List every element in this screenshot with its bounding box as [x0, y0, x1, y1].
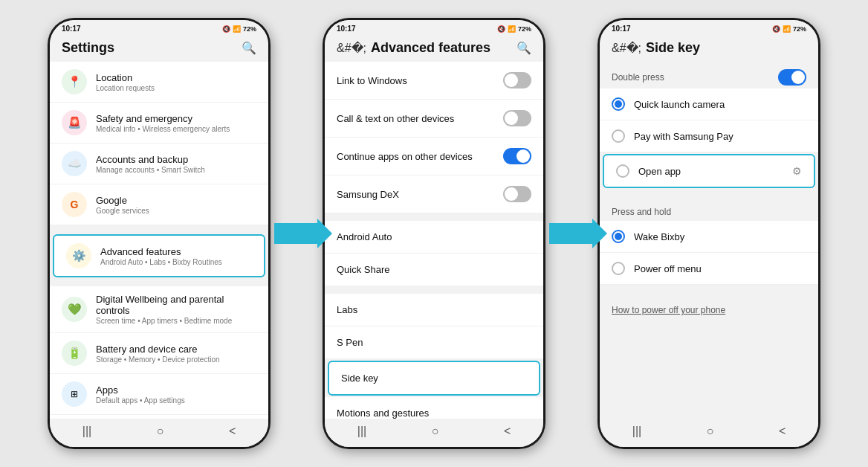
google-icon: G: [62, 192, 87, 217]
back-btn-2[interactable]: &#�;: [337, 41, 366, 55]
settings-item-apps[interactable]: ⊞ Apps Default apps • App settings: [50, 374, 268, 415]
advanced-list: Link to Windows Call & text on other dev…: [325, 62, 543, 419]
settings-item-battery[interactable]: 🔋 Battery and device care Storage • Memo…: [50, 333, 268, 374]
time-3: 10:17: [612, 25, 631, 33]
radio-samsung-pay[interactable]: Pay with Samsung Pay: [600, 120, 818, 152]
search-icon-2[interactable]: 🔍: [516, 41, 531, 55]
wellbeing-title: Digital Wellbeing and parental controls: [96, 294, 256, 316]
item-side-key[interactable]: Side key: [328, 361, 540, 396]
apps-title: Apps: [96, 384, 256, 396]
radio-wake-bixby-circle: [612, 230, 625, 243]
phone3: 10:17 🔇 📶 72% &#�; Side key Double press: [597, 18, 820, 449]
double-press-header-row: Double press: [600, 62, 818, 88]
radio-open-app-circle: [616, 164, 629, 178]
settings-list: 📍 Location Location requests 🚨 Safety an…: [50, 62, 268, 419]
safety-title: Safety and emergency: [96, 113, 256, 124]
nav-bar-3: ||| ○ <: [600, 419, 818, 447]
advanced-title: Advanced features: [100, 246, 252, 257]
back-btn-3[interactable]: &#�;: [612, 41, 641, 55]
status-bar-3: 10:17 🔇 📶 72%: [600, 20, 818, 34]
home-btn-3[interactable]: ○: [707, 425, 714, 438]
settings-item-advanced[interactable]: ⚙️ Advanced features Android Auto • Labs…: [53, 234, 265, 277]
location-title: Location: [96, 72, 256, 83]
radio-quick-launch[interactable]: Quick launch camera: [600, 88, 818, 120]
time-2: 10:17: [337, 25, 356, 33]
home-btn-2[interactable]: ○: [432, 425, 439, 438]
item-continue-apps[interactable]: Continue apps on other devices: [325, 138, 543, 175]
toggle-link-windows[interactable]: [503, 72, 531, 88]
settings-item-accounts[interactable]: ☁️ Accounts and backup Manage accounts •…: [50, 144, 268, 184]
status-icons-3: 🔇 📶 72%: [772, 25, 806, 33]
safety-subtitle: Medical info • Wireless emergency alerts: [96, 125, 256, 133]
toggle-samsung-dex[interactable]: [503, 186, 531, 202]
page-title-2: Advanced features: [371, 40, 490, 56]
page-title-3: Side key: [646, 40, 700, 56]
toggle-call-text[interactable]: [503, 110, 531, 126]
recent-btn-1[interactable]: |||: [82, 425, 91, 438]
radio-quick-launch-circle: [612, 97, 625, 111]
apps-subtitle: Default apps • App settings: [96, 396, 256, 405]
back-btn-1[interactable]: <: [229, 425, 236, 438]
double-press-label: Double press: [612, 72, 664, 83]
settings-item-safety[interactable]: 🚨 Safety and emergency Medical info • Wi…: [50, 103, 268, 144]
phone2: 10:17 🔇 📶 72% &#�; Advanced features 🔍 L…: [323, 18, 545, 449]
item-spen[interactable]: S Pen: [325, 326, 543, 359]
status-bar-2: 10:17 🔇 📶 72%: [325, 20, 543, 34]
settings-item-google[interactable]: G Google Google services: [50, 184, 268, 225]
divider-p2-2: [325, 286, 543, 294]
status-icons-1: 🔇 📶 72%: [222, 25, 256, 33]
home-btn-1[interactable]: ○: [157, 425, 164, 438]
item-samsung-dex[interactable]: Samsung DeX: [325, 175, 543, 213]
radio-power-off-label: Power off menu: [634, 263, 806, 274]
item-quick-share[interactable]: Quick Share: [325, 254, 543, 286]
scene: 10:17 🔇 📶 72% Settings 🔍 📍: [0, 0, 868, 467]
settings-item-location[interactable]: 📍 Location Location requests: [50, 62, 268, 103]
page-header-1: Settings 🔍: [50, 34, 268, 62]
divider-1: [50, 225, 268, 233]
radio-open-app[interactable]: Open app ⚙: [603, 154, 815, 188]
item-link-windows[interactable]: Link to Windows: [325, 62, 543, 100]
item-android-auto[interactable]: Android Auto: [325, 221, 543, 254]
accounts-subtitle: Manage accounts • Smart Switch: [96, 166, 256, 174]
sidekey-content: Double press Quick launch camera Pay wit…: [600, 62, 818, 419]
power-off-link-container[interactable]: How to power off your phone: [600, 292, 818, 326]
recent-btn-2[interactable]: |||: [357, 425, 366, 438]
google-subtitle: Google services: [96, 207, 256, 215]
wellbeing-subtitle: Screen time • App timers • Bedtime mode: [96, 317, 256, 325]
nav-bar-1: ||| ○ <: [50, 419, 268, 447]
time-1: 10:17: [62, 25, 81, 33]
recent-btn-3[interactable]: |||: [632, 425, 641, 438]
search-icon-1[interactable]: 🔍: [242, 41, 256, 55]
item-motions[interactable]: Motions and gestures: [325, 397, 543, 419]
back-btn-nav-3[interactable]: <: [779, 425, 786, 438]
radio-wake-bixby[interactable]: Wake Bixby: [600, 221, 818, 253]
back-btn-nav-2[interactable]: <: [504, 425, 511, 438]
page-header-2: &#�; Advanced features 🔍: [325, 34, 543, 62]
apps-icon: ⊞: [62, 381, 87, 407]
item-call-text[interactable]: Call & text on other devices: [325, 100, 543, 138]
radio-quick-launch-label: Quick launch camera: [634, 99, 806, 110]
accounts-title: Accounts and backup: [96, 154, 256, 165]
power-off-link[interactable]: How to power off your phone: [612, 305, 725, 315]
radio-power-off-circle: [612, 262, 625, 275]
safety-icon: 🚨: [62, 110, 87, 135]
divider-p2-1: [325, 213, 543, 221]
google-title: Google: [96, 195, 256, 206]
settings-item-wellbeing[interactable]: 💚 Digital Wellbeing and parental control…: [50, 286, 268, 333]
advanced-subtitle: Android Auto • Labs • Bixby Routines: [100, 258, 252, 266]
radio-samsung-pay-label: Pay with Samsung Pay: [634, 131, 806, 142]
item-labs[interactable]: Labs: [325, 294, 543, 326]
toggle-double-press[interactable]: [778, 69, 806, 86]
wellbeing-icon: 💚: [62, 297, 87, 322]
divider-p3-2: [600, 285, 818, 292]
gear-icon[interactable]: ⚙: [792, 165, 802, 177]
battery-title: Battery and device care: [96, 344, 256, 355]
accounts-icon: ☁️: [62, 151, 87, 176]
phone1: 10:17 🔇 📶 72% Settings 🔍 📍: [48, 18, 271, 449]
location-subtitle: Location requests: [96, 84, 256, 92]
toggle-continue-apps[interactable]: [503, 148, 531, 164]
radio-power-off[interactable]: Power off menu: [600, 253, 818, 285]
arrow-1: [271, 211, 323, 256]
page-header-3: &#�; Side key: [600, 34, 818, 62]
divider-2: [50, 279, 268, 286]
